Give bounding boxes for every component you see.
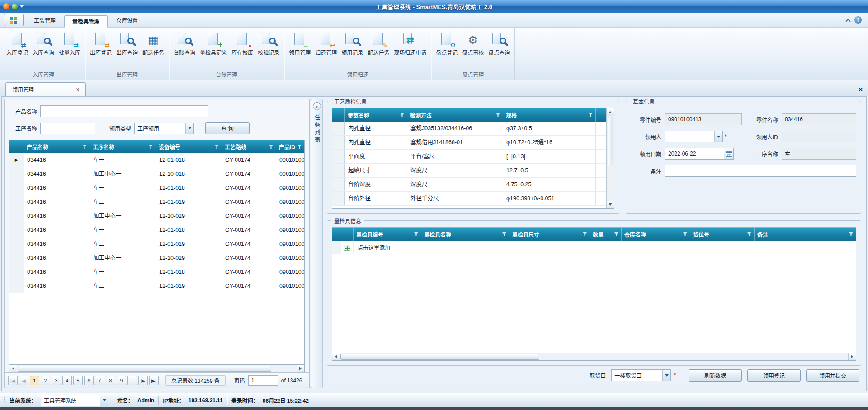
chevron-down-icon[interactable] bbox=[100, 395, 108, 406]
column-header-method[interactable]: 检测方法 bbox=[407, 108, 503, 122]
help-icon[interactable]: ? bbox=[854, 16, 862, 24]
refresh-data-button[interactable]: 刷新数据 bbox=[689, 369, 742, 382]
table-row[interactable]: 台阶深度 深度尺 4.75±0.25 bbox=[332, 178, 606, 192]
remark-input[interactable] bbox=[665, 165, 856, 177]
calendar-icon[interactable] bbox=[724, 148, 733, 159]
column-header-pid[interactable]: 产品ID bbox=[276, 140, 304, 153]
scrollbar-thumb[interactable] bbox=[608, 117, 613, 165]
scrollbar-thumb[interactable] bbox=[340, 354, 539, 360]
chevron-down-icon[interactable] bbox=[185, 123, 193, 134]
product-name-input[interactable] bbox=[40, 105, 208, 117]
column-header-product[interactable]: 产品名称 bbox=[24, 140, 90, 153]
onsite-return-request-button[interactable]: ⇄ 现场归还申请 bbox=[392, 29, 429, 70]
table-row[interactable]: 台阶外径 外径千分尺 φ190.398+0/-0.051 bbox=[332, 192, 606, 206]
column-header-param[interactable]: 参数名称 bbox=[345, 108, 407, 122]
pickup-point-combo[interactable]: 一楼取货口 bbox=[611, 369, 671, 381]
page-button[interactable]: 6 bbox=[84, 376, 94, 385]
delivery-task-button[interactable]: ▦ 配送任务 bbox=[140, 29, 166, 70]
page-button[interactable]: 7 bbox=[95, 376, 104, 385]
inbound-query-button[interactable]: 入库查询 bbox=[30, 29, 57, 70]
filter-funnel-icon[interactable] bbox=[297, 145, 302, 149]
outbound-register-button[interactable]: ⇄ 出库登记 bbox=[88, 29, 114, 70]
quick-access-caret-icon[interactable] bbox=[20, 5, 24, 9]
process-name-input[interactable] bbox=[40, 123, 95, 134]
scroll-left-icon[interactable] bbox=[9, 365, 17, 372]
scroll-left-icon[interactable] bbox=[332, 353, 340, 360]
filter-funnel-icon[interactable] bbox=[83, 145, 87, 149]
filter-funnel-icon[interactable] bbox=[683, 232, 687, 236]
page-ellipsis-button[interactable]: … bbox=[127, 376, 137, 385]
page-button[interactable]: 4 bbox=[62, 376, 72, 385]
user-combo[interactable] bbox=[665, 131, 723, 142]
current-system-combo[interactable]: 工具管理系统 bbox=[41, 395, 108, 406]
filter-funnel-icon[interactable] bbox=[747, 232, 751, 236]
column-header-warehouse[interactable]: 仓库名称 bbox=[622, 228, 690, 241]
chevron-down-icon[interactable] bbox=[662, 370, 670, 381]
app-icon[interactable] bbox=[3, 3, 9, 9]
column-header-spec[interactable]: 规格 bbox=[503, 108, 596, 122]
table-row[interactable]: 034416 车一 12-01-018 GY-00174 09010100413 bbox=[9, 223, 304, 237]
close-document-icon[interactable]: × bbox=[859, 86, 863, 93]
return-manage-button[interactable]: ↩ 归还管理 bbox=[313, 29, 339, 70]
ledger-query-button[interactable]: 台账查询 bbox=[171, 29, 198, 70]
scroll-right-icon[interactable] bbox=[297, 365, 304, 372]
page-button[interactable]: 5 bbox=[73, 376, 83, 385]
prev-page-button[interactable]: ◀ bbox=[19, 376, 28, 385]
vertical-scrollbar[interactable] bbox=[606, 108, 614, 208]
table-row[interactable]: 034416 车二 12-01-019 GY-00174 09010100413 bbox=[9, 237, 304, 251]
filter-funnel-icon[interactable] bbox=[149, 145, 153, 149]
title-bar[interactable]: 工具管理系统 - SmartMES.青岛汉优精工 2.0 bbox=[0, 0, 868, 13]
page-number-input[interactable] bbox=[248, 375, 278, 386]
table-row[interactable]: 内孔直径 塞规J035132/034416-06 φ37.3±0.5 bbox=[332, 122, 606, 136]
table-row[interactable]: 034416 车二 12-01-019 GY-00174 09010100413 bbox=[9, 195, 304, 209]
column-header-location[interactable]: 货位号 bbox=[690, 228, 755, 241]
next-page-button[interactable]: ▶ bbox=[138, 376, 148, 385]
table-row[interactable]: 034416 加工中心一 12-10-029 GY-00174 09010100… bbox=[9, 209, 304, 223]
table-row[interactable]: 内孔直径 塞规借用J141868-01 φ10.72±0.25通*16 bbox=[332, 136, 606, 150]
chevron-down-icon[interactable] bbox=[714, 131, 722, 142]
usage-type-combo[interactable]: 工序领用 bbox=[134, 123, 194, 134]
page-button[interactable]: 8 bbox=[106, 376, 115, 385]
filter-funnel-icon[interactable] bbox=[215, 145, 219, 149]
page-button[interactable]: 1 bbox=[30, 376, 39, 385]
requisition-manage-button[interactable]: → 领用管理 bbox=[287, 29, 313, 70]
table-row[interactable]: 034416 车一 12-01-018 GY-00174 09010100413 bbox=[9, 265, 304, 279]
add-row-icon[interactable] bbox=[344, 245, 350, 251]
add-row[interactable]: 点击这里添加 bbox=[332, 241, 856, 254]
scroll-up-icon[interactable] bbox=[607, 108, 614, 116]
last-page-button[interactable]: ▶| bbox=[149, 376, 159, 385]
task-list-collapsed-panel[interactable]: › 任务列表 bbox=[311, 99, 323, 388]
collapse-ribbon-icon[interactable] bbox=[845, 19, 850, 24]
quick-access-icon[interactable] bbox=[12, 4, 18, 9]
batch-inbound-button[interactable]: ⇄ 批量入库 bbox=[57, 29, 83, 70]
delivery-task-button-2[interactable]: ✎ 配送任务 bbox=[365, 29, 392, 70]
table-row[interactable]: 034416 加工中心一 12-10-018 GY-00174 09010100… bbox=[9, 167, 304, 181]
date-field[interactable]: 2022-06-22 bbox=[665, 148, 734, 160]
page-button[interactable]: 3 bbox=[52, 376, 61, 385]
page-button[interactable]: 9 bbox=[117, 376, 126, 385]
tab-close-icon[interactable]: x bbox=[76, 86, 79, 93]
requisition-submit-button[interactable]: 领用并提交 bbox=[806, 369, 859, 382]
column-header-gauge-name[interactable]: 量检具名称 bbox=[421, 228, 509, 241]
first-page-button[interactable]: |◀ bbox=[8, 376, 18, 385]
filter-funnel-icon[interactable] bbox=[583, 232, 587, 236]
calibration-record-button[interactable]: 校验记录 bbox=[255, 29, 282, 70]
scroll-right-icon[interactable] bbox=[848, 353, 856, 360]
filter-funnel-icon[interactable] bbox=[400, 113, 404, 117]
tab-warehouse-settings[interactable]: 仓库设置 bbox=[108, 15, 146, 27]
column-header-device[interactable]: 设备编号 bbox=[156, 140, 222, 153]
filter-funnel-icon[interactable] bbox=[269, 145, 273, 149]
column-header-gauge-no[interactable]: 量检具编号 bbox=[354, 228, 421, 241]
stocktake-audit-button[interactable]: ⚙ 盘点审核 bbox=[460, 29, 486, 70]
table-row[interactable]: 034416 车一 12-01-018 GY-00174 09010100413 bbox=[9, 181, 304, 195]
filter-funnel-icon[interactable] bbox=[589, 113, 593, 117]
column-header-process[interactable]: 工序名称 bbox=[90, 140, 156, 153]
requisition-register-button[interactable]: 领用登记 bbox=[747, 369, 801, 382]
filter-funnel-icon[interactable] bbox=[502, 232, 506, 236]
column-header-gauge-size[interactable]: 量检具尺寸 bbox=[509, 228, 590, 241]
stocktake-register-button[interactable]: ⚙ 盘点登记 bbox=[434, 29, 460, 70]
filter-funnel-icon[interactable] bbox=[614, 232, 618, 236]
table-row[interactable]: ▶ 034416 车一 12-01-018 GY-00174 090101004… bbox=[9, 153, 304, 167]
requisition-record-button[interactable]: 领用记录 bbox=[339, 29, 365, 70]
scrollbar-thumb[interactable] bbox=[18, 366, 271, 372]
